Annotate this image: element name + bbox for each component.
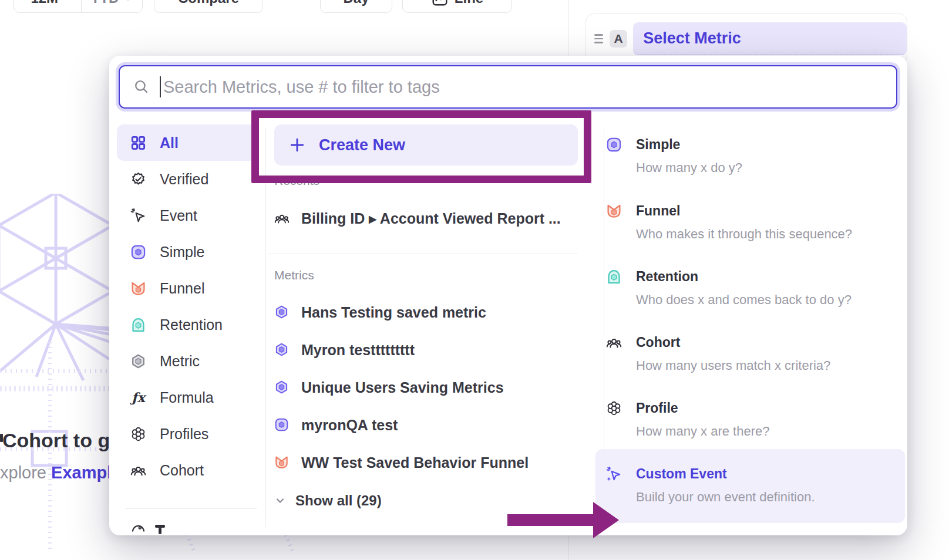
- metric-search-bar[interactable]: [119, 65, 897, 109]
- interval-button[interactable]: Day: [320, 0, 392, 13]
- show-all-label: Show all (29): [295, 492, 382, 509]
- create-new-label: Create New: [319, 136, 405, 154]
- custom-event-icon: [606, 466, 622, 482]
- recent-item-label: Billing ID ▸ Account Viewed Report ...: [301, 210, 561, 227]
- sidebar-item-label: Funnel: [160, 280, 204, 297]
- date-range-control[interactable]: 12M YTD: [14, 0, 143, 13]
- sidebar-item-simple[interactable]: Simple: [117, 234, 257, 270]
- hexagon-metric-icon: [130, 353, 146, 369]
- recents-section-label: Recents: [274, 174, 319, 188]
- metric-list-item[interactable]: Unique Users Saving Metrics: [274, 373, 504, 402]
- sidebar-item-label: Metric: [160, 353, 200, 370]
- search-input[interactable]: [163, 77, 896, 97]
- cohort-people-icon: [274, 211, 290, 226]
- profiles-cluster-icon: [606, 400, 622, 416]
- empty-state-heading: Cohort to ge: [2, 429, 121, 452]
- sidebar-item-label: Simple: [160, 244, 204, 261]
- clipped-text-fragment: [159, 528, 161, 534]
- metric-list-item[interactable]: myronQA test: [274, 410, 398, 440]
- type-title: Funnel: [636, 203, 680, 219]
- funnel-icon: [606, 203, 622, 219]
- range-ytd-label: YTD: [90, 0, 119, 6]
- explore-text: xplore: [0, 463, 46, 482]
- type-description: Who does x and comes back to do y?: [636, 292, 900, 308]
- sidebar-column-divider: [265, 127, 266, 528]
- sidebar-item-cohort[interactable]: Cohort: [117, 452, 257, 488]
- type-title: Custom Event: [636, 466, 727, 482]
- show-all-toggle[interactable]: Show all (29): [274, 486, 382, 515]
- type-title: Simple: [636, 137, 680, 153]
- sidebar-item-label: Profiles: [160, 426, 208, 443]
- cohort-people-icon: [606, 335, 622, 350]
- type-profile[interactable]: Profile How many x are there?: [606, 400, 900, 439]
- sidebar-item-funnel[interactable]: Funnel: [117, 270, 257, 306]
- simple-metric-icon: [274, 417, 290, 433]
- type-description: How many x are there?: [636, 424, 900, 439]
- metric-list-item[interactable]: WW Test Saved Behavior Funnel: [274, 448, 529, 477]
- saved-metric-hexagon-icon: [274, 380, 290, 395]
- sidebar-item-partial[interactable]: [130, 524, 260, 535]
- type-retention[interactable]: Retention Who does x and comes back to d…: [606, 269, 900, 308]
- type-description: How many users match x criteria?: [636, 358, 900, 373]
- saved-metric-hexagon-icon: [274, 342, 290, 357]
- formula-icon: ƒx: [130, 390, 146, 406]
- type-funnel[interactable]: Funnel Who makes it through this sequenc…: [606, 203, 900, 242]
- range-12m-button[interactable]: 12M: [14, 0, 75, 12]
- metric-item-label: myronQA test: [301, 417, 398, 434]
- sidebar-item-all[interactable]: All: [117, 124, 257, 161]
- create-new-button[interactable]: Create New: [274, 124, 578, 166]
- funnel-icon: [274, 455, 290, 470]
- interval-label: Day: [343, 0, 369, 6]
- metric-item-label: Myron testtttttttt: [301, 342, 415, 359]
- row-letter-badge: A: [610, 30, 627, 48]
- event-cursor-icon: [130, 208, 146, 224]
- retention-icon: [130, 317, 146, 333]
- sidebar-item-profiles[interactable]: Profiles: [117, 416, 257, 452]
- range-12m-label: 12M: [31, 0, 58, 6]
- type-title: Cohort: [636, 335, 680, 350]
- grid-icon: [130, 135, 146, 151]
- chart-type-button[interactable]: Line: [402, 0, 512, 13]
- chevron-down-icon: [274, 495, 286, 507]
- metric-item-label: WW Test Saved Behavior Funnel: [301, 454, 529, 471]
- type-cohort[interactable]: Cohort How many users match x criteria?: [606, 335, 900, 373]
- compare-label: Compare: [178, 0, 239, 6]
- recents-divider: [268, 254, 578, 254]
- type-title: Profile: [636, 400, 678, 416]
- search-icon: [133, 79, 150, 95]
- sidebar-item-label: Verified: [160, 171, 208, 188]
- sidebar-item-label: Retention: [160, 316, 223, 333]
- metric-item-label: Unique Users Saving Metrics: [301, 379, 504, 396]
- verified-badge-icon: [130, 171, 146, 187]
- chart-type-label: Line: [455, 0, 483, 6]
- sidebar-item-retention[interactable]: Retention: [117, 306, 257, 343]
- sidebar-item-formula[interactable]: ƒx Formula: [117, 379, 257, 416]
- metric-item-label: Hans Testing saved metric: [301, 304, 486, 321]
- line-chart-icon: [431, 0, 449, 7]
- sidebar-item-event[interactable]: Event: [117, 197, 257, 234]
- sidebar-item-verified[interactable]: Verified: [117, 161, 257, 197]
- metric-list-item[interactable]: Hans Testing saved metric: [274, 298, 486, 327]
- funnel-icon: [130, 281, 146, 296]
- simple-metric-icon: [606, 137, 622, 153]
- range-ytd-button[interactable]: YTD: [81, 0, 143, 12]
- sidebar-item-metric[interactable]: Metric: [117, 343, 257, 379]
- type-custom-event[interactable]: Custom Event Build your own event defini…: [606, 466, 900, 505]
- metrics-section-label: Metrics: [274, 268, 314, 282]
- empty-state-subtext: xplore Example: [0, 463, 121, 483]
- recent-item[interactable]: Billing ID ▸ Account Viewed Report ...: [274, 204, 561, 233]
- simple-metric-icon: [130, 244, 146, 260]
- metric-list-item[interactable]: Myron testtttttttt: [274, 335, 415, 365]
- screen: 12M YTD Compare Day Line A Select Metric: [0, 0, 949, 560]
- sidebar-divider: [126, 508, 257, 509]
- select-metric-field[interactable]: Select Metric: [633, 22, 907, 55]
- sidebar-item-label: Event: [160, 207, 197, 224]
- drag-handle-icon[interactable]: [594, 34, 603, 43]
- metric-picker-modal: All Verified Event Simple Funnel: [109, 56, 907, 535]
- select-metric-label: Select Metric: [643, 29, 741, 48]
- sidebar-item-label: Cohort: [160, 462, 204, 479]
- type-simple[interactable]: Simple How many x do y?: [606, 137, 900, 176]
- type-description: Build your own event definition.: [636, 490, 900, 505]
- text-caret: [160, 76, 161, 97]
- compare-button[interactable]: Compare: [154, 0, 263, 13]
